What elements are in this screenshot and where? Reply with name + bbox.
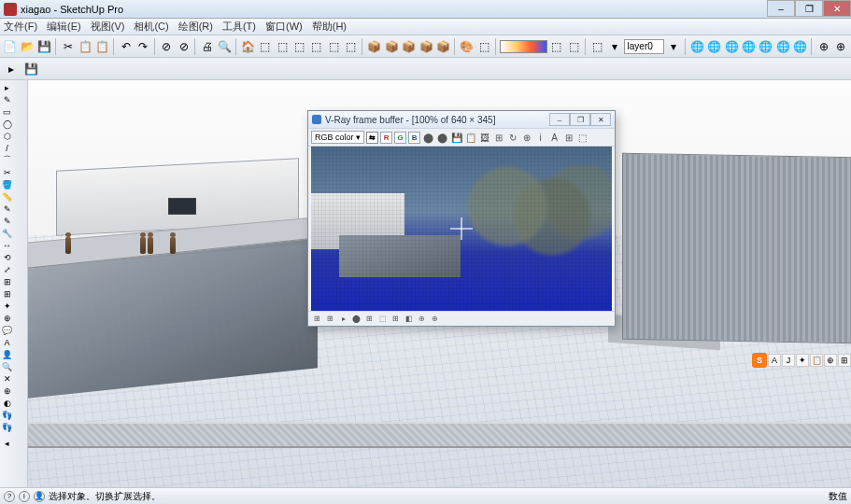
vray-minimize-button[interactable]: – bbox=[549, 113, 570, 126]
menu-item[interactable]: 帮助(H) bbox=[312, 20, 347, 34]
tool-button[interactable]: ▸ bbox=[1, 81, 13, 93]
status-info-icon[interactable]: i bbox=[19, 491, 30, 502]
tool-button[interactable]: ⤢ bbox=[1, 263, 13, 275]
vray-toolbar-button[interactable]: A bbox=[548, 132, 560, 144]
tool-button[interactable]: 👣 bbox=[1, 421, 13, 433]
sun-gradient[interactable] bbox=[500, 40, 548, 53]
toolbar-button[interactable]: 📦 bbox=[384, 37, 400, 56]
toolbar-button[interactable]: ▸ bbox=[2, 60, 21, 78]
vray-channel-swap[interactable]: ⇆ bbox=[366, 132, 378, 144]
tool-button[interactable]: 💬 bbox=[1, 324, 13, 336]
vray-status-button[interactable]: ⊞ bbox=[312, 314, 322, 324]
vray-render-view[interactable] bbox=[311, 147, 612, 311]
toolbar-button[interactable]: 💾 bbox=[36, 37, 52, 56]
toolbar-button[interactable]: ⬚ bbox=[475, 37, 491, 56]
tag-s-icon[interactable]: S bbox=[752, 353, 767, 368]
toolbar-button[interactable]: 📋 bbox=[77, 37, 92, 56]
toolbar-button[interactable]: ⬚ bbox=[343, 37, 359, 56]
toolbar-button[interactable]: 🌐 bbox=[775, 37, 791, 56]
vray-channel-g[interactable]: G bbox=[394, 132, 406, 144]
toolbar-button[interactable]: 📦 bbox=[366, 37, 382, 56]
vray-toolbar-button[interactable]: ⬤ bbox=[436, 132, 448, 144]
toolbar-button[interactable]: ⬚ bbox=[566, 37, 582, 56]
toolbar-button[interactable]: ⊕ bbox=[816, 37, 831, 56]
vray-toolbar-button[interactable]: ⬤ bbox=[422, 132, 434, 144]
menu-item[interactable]: 视图(V) bbox=[91, 20, 125, 34]
toolbar-button[interactable]: 🌐 bbox=[792, 37, 808, 56]
toolbar-button[interactable]: ⊘ bbox=[159, 37, 175, 56]
toolbar-button[interactable]: 🌐 bbox=[723, 37, 739, 56]
tool-button[interactable]: ✂ bbox=[1, 166, 13, 178]
close-button[interactable]: ✕ bbox=[823, 0, 851, 17]
vray-status-button[interactable]: ◧ bbox=[404, 314, 414, 324]
tool-button[interactable]: ✦ bbox=[1, 300, 13, 312]
toolbar-button[interactable]: ▾ bbox=[665, 37, 681, 56]
tool-button[interactable]: ⟲ bbox=[1, 251, 13, 263]
vray-status-button[interactable]: ⊞ bbox=[325, 314, 335, 324]
tool-button[interactable]: ◐ bbox=[1, 397, 13, 409]
menu-item[interactable]: 工具(T) bbox=[222, 20, 256, 34]
tool-button[interactable]: ⊞ bbox=[1, 275, 13, 287]
tool-button[interactable]: 🔧 bbox=[1, 227, 13, 239]
vray-status-button[interactable]: ⊞ bbox=[390, 314, 401, 324]
menu-item[interactable]: 窗口(W) bbox=[265, 20, 303, 34]
toolbar-button[interactable]: 📦 bbox=[418, 37, 433, 56]
toolbar-button[interactable]: ↷ bbox=[135, 37, 150, 56]
toolbar-button[interactable]: 🏠 bbox=[240, 37, 256, 56]
vray-toolbar-button[interactable]: 📋 bbox=[464, 132, 476, 144]
toolbar-button[interactable]: ⊘ bbox=[176, 37, 191, 56]
vray-status-button[interactable]: ⬤ bbox=[351, 314, 362, 324]
toolbar-button[interactable]: ↶ bbox=[118, 37, 134, 56]
toolbar-button[interactable]: 📂 bbox=[19, 37, 35, 56]
toolbar-button[interactable]: ⬚ bbox=[308, 37, 324, 56]
minimize-button[interactable]: – bbox=[767, 0, 795, 17]
vray-titlebar[interactable]: V-Ray frame buffer - [100% of 640 × 345]… bbox=[308, 111, 615, 128]
vray-channel-dropdown[interactable]: RGB color ▾ bbox=[311, 131, 364, 144]
tag-item[interactable]: ⊕ bbox=[824, 354, 837, 367]
tag-item[interactable]: ⊞ bbox=[838, 354, 851, 367]
toolbar-button[interactable]: ▾ bbox=[606, 37, 622, 56]
tool-button[interactable]: ✎ bbox=[1, 215, 13, 227]
vray-maximize-button[interactable]: ❐ bbox=[570, 113, 590, 126]
status-help-icon[interactable]: ? bbox=[4, 491, 15, 502]
vray-toolbar-button[interactable]: ⊞ bbox=[562, 132, 574, 144]
tool-button[interactable]: 📏 bbox=[1, 190, 13, 203]
vray-close-button[interactable]: ✕ bbox=[590, 113, 611, 126]
tool-button[interactable]: ⊕ bbox=[1, 312, 13, 324]
toolbar-button[interactable]: 🔍 bbox=[217, 37, 233, 56]
menu-item[interactable]: 绘图(R) bbox=[178, 20, 213, 34]
menu-item[interactable]: 相机(C) bbox=[134, 20, 168, 34]
vray-status-button[interactable]: ▸ bbox=[338, 314, 348, 324]
tool-button[interactable]: ✎ bbox=[1, 203, 13, 215]
tool-button[interactable]: 🪣 bbox=[1, 178, 13, 190]
tag-item[interactable]: A bbox=[768, 354, 781, 367]
tool-button[interactable]: ◯ bbox=[1, 118, 13, 130]
tool-button[interactable]: ⊞ bbox=[1, 287, 13, 300]
toolbar-button[interactable]: 🌐 bbox=[689, 37, 705, 56]
vray-frame-buffer-window[interactable]: V-Ray frame buffer - [100% of 640 × 345]… bbox=[307, 110, 616, 327]
toolbar-button[interactable]: 📄 bbox=[2, 37, 18, 56]
tool-button[interactable]: ⬡ bbox=[1, 130, 13, 142]
toolbar-button[interactable]: 🌐 bbox=[706, 37, 722, 56]
tool-button[interactable]: ✕ bbox=[1, 372, 13, 385]
tool-button[interactable]: ↔ bbox=[1, 239, 13, 251]
toolbar-button[interactable]: 🎨 bbox=[459, 37, 475, 56]
vray-toolbar-button[interactable]: ↻ bbox=[506, 132, 518, 144]
toolbar-button[interactable]: 📦 bbox=[401, 37, 417, 56]
tool-button[interactable]: ⌒ bbox=[1, 154, 13, 166]
toolbar-button[interactable]: ✂ bbox=[60, 37, 76, 56]
tag-item[interactable]: J bbox=[782, 354, 795, 367]
menu-item[interactable]: 文件(F) bbox=[4, 20, 37, 34]
tag-item[interactable]: ✦ bbox=[796, 354, 809, 367]
toolbar-button[interactable]: ⊕ bbox=[833, 37, 849, 56]
vray-channel-b[interactable]: B bbox=[408, 132, 420, 144]
toolbar-button[interactable]: 🌐 bbox=[741, 37, 757, 56]
toolbar-button[interactable]: ⬚ bbox=[291, 37, 307, 56]
tool-button[interactable]: ◂ bbox=[1, 437, 13, 449]
vray-channel-r[interactable]: R bbox=[380, 132, 392, 144]
toolbar-button[interactable]: ⬚ bbox=[589, 37, 605, 56]
vray-toolbar-button[interactable]: 💾 bbox=[450, 132, 462, 144]
tag-item[interactable]: 📋 bbox=[810, 354, 823, 367]
menu-item[interactable]: 编辑(E) bbox=[47, 20, 81, 34]
vray-toolbar-button[interactable]: 🖼 bbox=[478, 132, 490, 144]
